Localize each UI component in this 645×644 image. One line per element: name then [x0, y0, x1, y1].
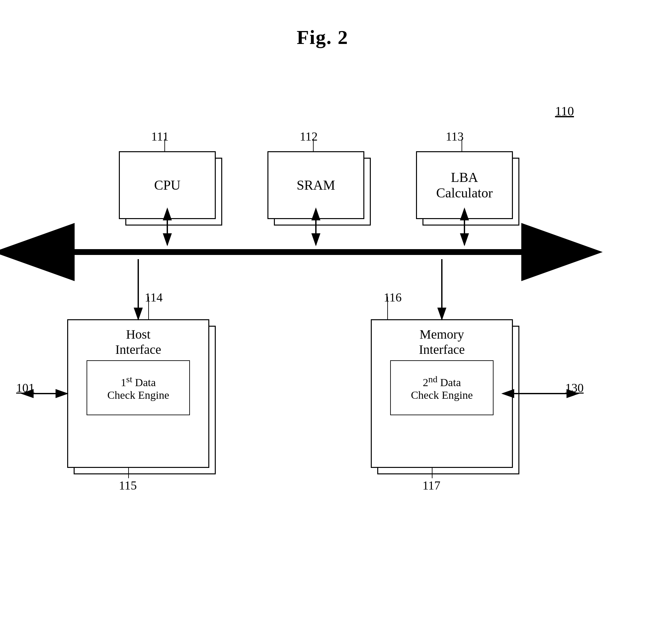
ref-113: 113 [446, 129, 464, 144]
data-check-2-label: 2nd DataCheck Engine [411, 374, 473, 401]
figure-title: Fig. 2 [296, 26, 348, 49]
host-interface-box: HostInterface 1st DataCheck Engine [67, 319, 209, 468]
ref-101: 101 [16, 381, 35, 395]
host-label: HostInterface [115, 327, 161, 357]
ref-116: 116 [384, 290, 402, 304]
sram-box: SRAM [267, 151, 364, 219]
diagram: Fig. 2 110 CPU SRAM LBACalculator 111 11… [0, 0, 645, 644]
mem-label: MemoryInterface [419, 327, 465, 357]
data-check-1-label: 1st DataCheck Engine [107, 374, 169, 401]
ref-112: 112 [300, 129, 318, 144]
ref-110: 110 [555, 104, 574, 119]
lba-box: LBACalculator [416, 151, 513, 219]
lba-label: LBACalculator [436, 170, 493, 201]
ref-114: 114 [145, 290, 163, 304]
cpu-box: CPU [119, 151, 216, 219]
sram-label: SRAM [296, 177, 335, 193]
cpu-label: CPU [154, 177, 181, 193]
ref-117: 117 [422, 478, 441, 492]
ref-111: 111 [151, 129, 169, 144]
data-check-engine-2-box: 2nd DataCheck Engine [390, 360, 493, 415]
ref-130: 130 [565, 381, 584, 395]
memory-interface-box: MemoryInterface 2nd DataCheck Engine [371, 319, 513, 468]
ref-115: 115 [119, 478, 137, 492]
data-check-engine-1-box: 1st DataCheck Engine [86, 360, 190, 415]
